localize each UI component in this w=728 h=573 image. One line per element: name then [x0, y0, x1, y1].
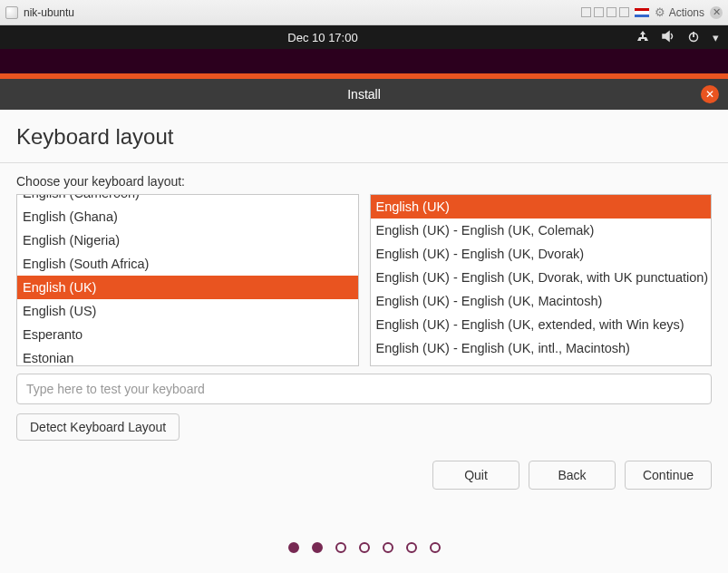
progress-dot [312, 542, 323, 553]
list-item[interactable]: English (UK) - English (UK, extended, wi… [371, 313, 712, 336]
vm-titlebar: nik-ubuntu ⚙ Actions ✕ [0, 0, 728, 25]
vm-app-icon [5, 6, 18, 19]
page-title: Keyboard layout [16, 124, 712, 150]
language-listbox[interactable]: English (Cameroon)English (Ghana)English… [16, 194, 359, 366]
clock[interactable]: Dec 10 17:00 [9, 31, 636, 44]
ubuntu-top-bar: Dec 10 17:00 ▾ [0, 25, 728, 49]
list-item[interactable]: English (UK) - English (UK, intl., Macin… [371, 336, 712, 360]
window-chrome-strip [0, 49, 728, 73]
list-item[interactable]: Esperanto [17, 323, 358, 346]
progress-dot [406, 542, 417, 553]
prompt-label: Choose your keyboard layout: [16, 174, 712, 189]
keyboard-test-input[interactable] [16, 374, 712, 404]
quit-button[interactable]: Quit [432, 461, 519, 490]
list-item[interactable]: English (US) [17, 299, 358, 323]
detect-layout-button[interactable]: Detect Keyboard Layout [16, 413, 180, 441]
volume-icon[interactable] [662, 30, 675, 45]
list-item[interactable]: English (Cameroon) [17, 194, 358, 205]
power-icon[interactable] [687, 30, 700, 45]
progress-dot [359, 542, 370, 553]
chevron-down-icon[interactable]: ▾ [713, 31, 719, 44]
list-item[interactable]: English (UK) - English (UK, Dvorak, with… [371, 266, 712, 289]
system-tray[interactable]: ▾ [636, 30, 719, 45]
progress-dot [383, 542, 393, 553]
vm-display-controls[interactable] [581, 7, 629, 17]
divider [0, 162, 728, 163]
list-item[interactable]: Estonian [17, 346, 358, 366]
list-item[interactable]: English (UK) [371, 195, 712, 219]
progress-dot [430, 542, 441, 553]
list-item[interactable]: English (UK) - English (UK, intl., with … [371, 360, 712, 366]
back-button[interactable]: Back [529, 461, 616, 490]
display-icon[interactable] [619, 7, 629, 17]
close-button[interactable]: ✕ [701, 85, 719, 103]
vm-title: nik-ubuntu [24, 6, 74, 19]
progress-dot [288, 542, 299, 553]
list-item[interactable]: English (South Africa) [17, 252, 358, 276]
list-item[interactable]: English (Ghana) [17, 205, 358, 228]
display-icon[interactable] [607, 7, 616, 17]
dialog-titlebar: Install ✕ [0, 79, 728, 110]
list-item[interactable]: English (UK) - English (UK, Colemak) [371, 219, 712, 242]
continue-button[interactable]: Continue [625, 461, 712, 490]
vm-close-button[interactable]: ✕ [710, 6, 723, 19]
footer-buttons: Quit Back Continue [16, 461, 712, 490]
network-icon[interactable] [636, 30, 649, 45]
display-icon[interactable] [581, 7, 591, 17]
dialog-title: Install [347, 87, 381, 102]
gear-icon[interactable]: ⚙ [655, 5, 665, 19]
installer-page: Keyboard layout Choose your keyboard lay… [0, 110, 728, 522]
flag-icon[interactable] [635, 8, 649, 17]
variant-listbox[interactable]: English (UK)English (UK) - English (UK, … [370, 194, 713, 366]
progress-dots [0, 522, 728, 573]
list-item[interactable]: English (Nigeria) [17, 228, 358, 252]
vm-actions-menu[interactable]: Actions [669, 6, 704, 19]
list-item[interactable]: English (UK) - English (UK, Dvorak) [371, 242, 712, 266]
list-item[interactable]: English (UK) - English (UK, Macintosh) [371, 289, 712, 313]
list-item[interactable]: English (UK) [17, 276, 358, 299]
progress-dot [335, 542, 346, 553]
display-icon[interactable] [594, 7, 604, 17]
